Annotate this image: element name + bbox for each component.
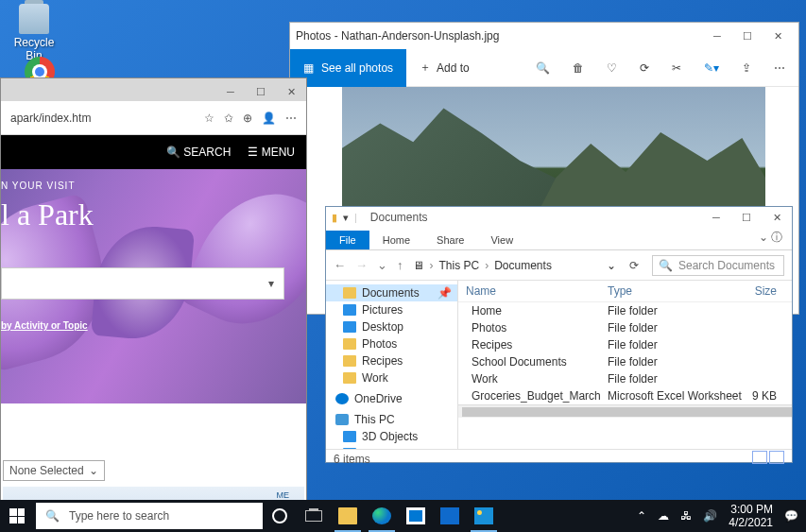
tree-documents[interactable]: Documents📌 [326,284,457,301]
file-row[interactable]: School DocumentsFile folder [458,353,792,370]
onedrive-tray-icon[interactable]: ☁ [658,509,669,523]
address-bar: apark/index.htm ☆ ✩ ⊕ 👤 ⋯ [1,101,306,135]
up-button[interactable]: ↑ [397,258,403,272]
start-button[interactable] [0,500,34,532]
horizontal-scrollbar[interactable] [458,404,792,418]
rotate-icon[interactable]: ⟳ [640,61,649,75]
file-row[interactable]: HomeFile folder [458,302,792,319]
network-icon[interactable]: 🖧 [680,509,692,523]
file-row[interactable]: PhotosFile folder [458,319,792,336]
back-button[interactable]: ← [334,258,346,272]
edit-icon[interactable]: ✎▾ [704,61,719,75]
taskbar-photos[interactable] [467,500,501,532]
minimize-button[interactable]: ─ [702,23,732,49]
browser-window: ─ ☐ ✕ apark/index.htm ☆ ✩ ⊕ 👤 ⋯ 🔍 SEARCH… [0,77,307,507]
hero-section: N YOUR VISIT l a Park ▾ by Activity or T… [1,169,306,403]
taskbar-mail[interactable] [433,500,467,532]
tab-home[interactable]: Home [369,231,423,249]
search-input[interactable]: 🔍 Search Documents [652,255,784,276]
cortana-button[interactable] [263,500,297,532]
tray-chevron-icon[interactable]: ⌃ [637,509,646,523]
reading-icon[interactable]: ☆ [204,112,214,125]
ribbon-tabs: File Home Share View ⌄ ⓘ [326,228,792,250]
notifications-icon[interactable]: 💬 [784,509,798,523]
tree-onedrive[interactable]: OneDrive [326,390,457,407]
tree-desktop2[interactable]: Desktop [326,445,457,449]
forward-button[interactable]: → [355,258,368,272]
col-type[interactable]: Type [608,284,749,298]
pin-icon: 📌 [437,286,452,300]
chevron-down-icon[interactable]: ⌄ [607,259,616,272]
tree-pictures[interactable]: Pictures [326,301,457,318]
details-view-icon[interactable] [752,451,767,464]
col-name[interactable]: Name [466,284,608,298]
file-row[interactable]: RecipesFile folder [458,336,792,353]
ribbon-expand-icon[interactable]: ⌄ ⓘ [749,226,792,249]
crop-icon[interactable]: ✂ [672,61,681,75]
url-text[interactable]: apark/index.htm [10,112,195,125]
tree-recipes[interactable]: Recipes [326,352,457,369]
profile-icon[interactable]: 👤 [262,112,276,125]
favorite-icon[interactable]: ♡ [607,61,617,75]
add-to-button[interactable]: ＋ Add to [406,60,483,76]
nav-tree: Documents📌 Pictures Desktop Photos Recip… [326,281,458,449]
zoom-icon[interactable]: 🔍 [536,61,550,75]
volume-icon[interactable]: 🔊 [703,509,717,523]
status-bar: 6 items [326,449,792,468]
activity-link[interactable]: by Activity or Topic [1,320,88,331]
search-button[interactable]: 🔍 SEARCH [166,146,231,159]
photos-icon [474,507,493,524]
share-icon[interactable]: ⇪ [742,61,751,75]
breadcrumb[interactable]: 🖥› This PC› Documents ⌄ [413,259,617,272]
explorer-titlebar[interactable]: ▮ ▾ | Documents ─ ☐ ✕ [326,207,792,228]
tree-3d-objects[interactable]: 3D Objects [326,428,457,445]
crumb-documents[interactable]: Documents [494,259,552,272]
taskbar-edge[interactable] [365,500,399,532]
more-icon[interactable]: ⋯ [774,61,785,75]
file-explorer-window: ▮ ▾ | Documents ─ ☐ ✕ File Home Share Vi… [325,206,793,463]
crumb-this-pc[interactable]: This PC [439,259,480,272]
file-row[interactable]: WorkFile folder [458,370,792,387]
windows-icon [9,508,25,523]
close-button[interactable]: ✕ [276,78,306,105]
tree-photos[interactable]: Photos [326,335,457,352]
task-view-button[interactable] [297,500,331,532]
maximize-button[interactable]: ☐ [246,78,276,105]
filter-dropdown[interactable]: None Selected ⌄ [3,460,105,481]
photos-titlebar[interactable]: Photos - Nathan-Anderson-Unsplash.jpg ─ … [290,23,798,49]
tree-desktop[interactable]: Desktop [326,318,457,335]
add-to-label: Add to [437,61,470,75]
see-all-photos-button[interactable]: ▦ See all photos [290,49,406,87]
maximize-button[interactable]: ☐ [732,23,763,49]
photos-toolbar: ▦ See all photos ＋ Add to 🔍 🗑 ♡ ⟳ ✂ ✎▾ ⇪… [290,49,798,87]
clock[interactable]: 3:00 PM 4/2/2021 [729,503,773,530]
collections-icon[interactable]: ⊕ [243,112,252,125]
favorite-add-icon[interactable]: ✩ [224,112,233,125]
tree-this-pc[interactable]: This PC [326,411,457,428]
close-button[interactable]: ✕ [763,23,793,49]
tab-file[interactable]: File [326,231,369,249]
folder-icon [338,507,357,524]
col-size[interactable]: Size [749,284,784,298]
icons-view-icon[interactable] [769,451,784,464]
tree-work[interactable]: Work [326,369,457,386]
qat-down-icon[interactable]: ▾ [343,212,349,224]
tab-view[interactable]: View [477,231,526,249]
menu-dots-icon[interactable]: ⋯ [285,112,297,125]
taskbar-search[interactable]: 🔍 Type here to search [36,503,263,529]
delete-icon[interactable]: 🗑 [573,61,584,75]
minimize-button[interactable]: ─ [701,204,731,231]
nav-bar: ← → ⌄ ↑ 🖥› This PC› Documents ⌄ ⟳ 🔍 Sear… [326,250,792,281]
recycle-bin[interactable]: Recycle Bin [6,4,62,62]
minimize-button[interactable]: ─ [215,78,246,105]
refresh-button[interactable]: ⟳ [626,259,643,272]
menu-button[interactable]: ☰ MENU [248,146,295,159]
hero-dropdown[interactable]: ▾ [1,267,284,300]
browser-titlebar[interactable]: ─ ☐ ✕ [1,78,306,101]
taskbar-store[interactable] [399,500,433,532]
recent-button[interactable]: ⌄ [377,258,387,272]
file-row[interactable]: Groceries_Budget_MarchMicrosoft Excel Wo… [458,387,792,404]
explorer-title: Documents [363,211,428,224]
tab-share[interactable]: Share [423,231,477,249]
taskbar-explorer[interactable] [331,500,365,532]
